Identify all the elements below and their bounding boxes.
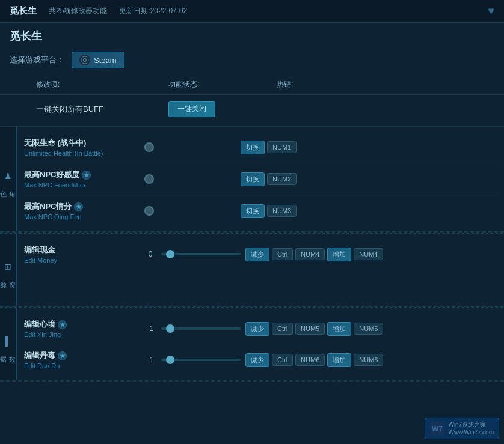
increase-button-dandu[interactable]: 增加: [327, 353, 351, 367]
slider-thumb-xinjing[interactable]: [166, 324, 174, 333]
column-headers: 修改项: 功能状态: 热键:: [0, 76, 504, 95]
toggle-dot-3[interactable]: [144, 206, 154, 216]
header-title: 觅长生: [10, 5, 37, 17]
watermark-box: W7 Win7系统之家 Www.Win7z.com: [425, 418, 499, 439]
shuju-icon: ▌: [5, 336, 11, 346]
star-icon-2: ★: [82, 171, 91, 180]
slider-hotkeys-dandu: 减少 Ctrl NUM6 增加 NUM6: [245, 353, 499, 367]
mod-info-3: 最高NPC情分 ★ Max NPC Qing Fen: [24, 201, 144, 220]
jiaose-label: 角色: [0, 186, 17, 187]
watermark-line1: Win7系统之家: [448, 421, 494, 428]
mod-en-1: Unlimited Health (In Battle): [24, 150, 144, 157]
oneclick-label: 一键关闭所有BUFF: [36, 104, 168, 115]
svg-text:W7: W7: [432, 425, 443, 433]
key-num6-inc[interactable]: NUM6: [354, 354, 383, 366]
mod-en-xinjing: Edit Xin Jing: [24, 331, 144, 338]
table-row: 最高NPC情分 ★ Max NPC Qing Fen 切换 NUM3: [24, 195, 499, 227]
table-row: 编辑现金 Edit Money 0 减少 Ctrl NUM4 增加 NUM4: [24, 239, 499, 270]
mod-en-2: Max NPC Friendship: [24, 181, 144, 189]
key-num4-inc[interactable]: NUM4: [354, 248, 383, 260]
slider-info-money: 编辑现金 Edit Money: [24, 245, 144, 264]
sidebar-tab-shuju[interactable]: ▌ 数据: [0, 308, 17, 380]
mod-cn-1: 无限生命 (战斗中): [24, 138, 144, 148]
watermark-logo-icon: W7: [430, 421, 444, 436]
mod-cn-2: 最高NPC好感度 ★: [24, 169, 144, 180]
mod-hotkeys-1: 切换 NUM1: [241, 141, 499, 154]
slider-area-dandu: -1: [144, 356, 241, 364]
mods-count: 共25项修改器功能: [49, 6, 107, 16]
mod-en-dandu: Edit Dan Du: [24, 362, 144, 369]
star-icon-3: ★: [74, 202, 83, 211]
star-icon-dandu: ★: [58, 351, 67, 360]
steam-platform-button[interactable]: Steam: [72, 52, 124, 68]
table-row: 编辑心境 ★ Edit Xin Jing -1 减少 Ctrl NUM5 增加 …: [24, 313, 499, 344]
oneclick-button[interactable]: 一键关闭: [168, 101, 215, 117]
key-num4-dec[interactable]: NUM4: [295, 248, 325, 260]
slider-track-xinjing[interactable]: [161, 327, 241, 330]
increase-button-money[interactable]: 增加: [327, 248, 351, 261]
switch-button-2[interactable]: 切换: [241, 172, 265, 186]
svg-point-2: [84, 59, 86, 61]
mod-info-1: 无限生命 (战斗中) Unlimited Health (In Battle): [24, 138, 144, 157]
decrease-button-money[interactable]: 减少: [245, 248, 269, 261]
jiaose-icon: ♟: [4, 171, 12, 181]
watermark-line2: Www.Win7z.com: [448, 428, 494, 436]
section-shuju: ▌ 数据 编辑心境 ★ Edit Xin Jing -1 减少 Ctrl: [0, 308, 504, 382]
key-num3[interactable]: NUM3: [267, 205, 297, 217]
section-jiaose: ♟ 角色 无限生命 (战斗中) Unlimited Health (In Bat…: [0, 127, 504, 233]
platform-area: 选择游戏平台： Steam: [0, 47, 504, 76]
steam-logo-icon: [79, 55, 90, 65]
jiaose-content: 无限生命 (战斗中) Unlimited Health (In Battle) …: [17, 127, 504, 231]
key-ctrl-dandu[interactable]: Ctrl: [272, 354, 293, 366]
slider-area-money: 0: [144, 250, 241, 258]
shuju-label: 数据: [0, 351, 17, 352]
steam-label: Steam: [94, 56, 117, 65]
key-ctrl-money[interactable]: Ctrl: [272, 248, 293, 260]
switch-button-3[interactable]: 切换: [241, 204, 265, 218]
key-num5-dec[interactable]: NUM5: [295, 323, 325, 335]
key-num6-dec[interactable]: NUM6: [295, 354, 325, 366]
slider-value-money: 0: [144, 250, 156, 258]
mod-cn-money: 编辑现金: [24, 245, 144, 255]
key-ctrl-xinjing[interactable]: Ctrl: [272, 323, 293, 335]
key-num1[interactable]: NUM1: [267, 141, 297, 153]
col-status-header: 功能状态:: [168, 79, 277, 90]
mod-toggle-1: [144, 142, 241, 152]
key-num5-inc[interactable]: NUM5: [354, 323, 383, 335]
slider-track-dandu[interactable]: [161, 359, 241, 361]
table-row: 编辑丹毒 ★ Edit Dan Du -1 减少 Ctrl NUM6 增加 NU…: [24, 344, 499, 376]
sidebar-tab-ziyuan[interactable]: ⊞ 资源: [0, 234, 17, 306]
decrease-button-xinjing[interactable]: 减少: [245, 322, 269, 336]
decrease-button-dandu[interactable]: 减少: [245, 353, 269, 367]
mod-hotkeys-3: 切换 NUM3: [241, 204, 499, 218]
switch-button-1[interactable]: 切换: [241, 141, 265, 154]
slider-info-dandu: 编辑丹毒 ★ Edit Dan Du: [24, 350, 144, 369]
mod-cn-xinjing: 编辑心境 ★: [24, 319, 144, 330]
shuju-content: 编辑心境 ★ Edit Xin Jing -1 减少 Ctrl NUM5 增加 …: [17, 308, 504, 380]
mod-cn-3: 最高NPC情分 ★: [24, 201, 144, 212]
slider-track-money[interactable]: [161, 253, 241, 255]
increase-button-xinjing[interactable]: 增加: [327, 322, 351, 336]
ziyuan-label: 资源: [0, 276, 17, 278]
mod-toggle-3: [144, 206, 241, 216]
toggle-dot-1[interactable]: [144, 142, 154, 152]
oneclick-row: 一键关闭所有BUFF 一键关闭: [0, 95, 504, 127]
slider-area-xinjing: -1: [144, 324, 241, 333]
slider-thumb-money[interactable]: [166, 250, 174, 258]
mod-en-money: Edit Money: [24, 257, 144, 264]
slider-info-xinjing: 编辑心境 ★ Edit Xin Jing: [24, 319, 144, 338]
sidebar-tab-jiaose[interactable]: ♟ 角色: [0, 127, 17, 231]
favorite-icon[interactable]: ♥: [488, 5, 494, 17]
watermark-text: Win7系统之家 Www.Win7z.com: [448, 421, 494, 436]
slider-hotkeys-xinjing: 减少 Ctrl NUM5 增加 NUM5: [245, 322, 499, 336]
star-icon-xinjing: ★: [58, 320, 67, 329]
slider-thumb-dandu[interactable]: [166, 356, 174, 364]
toggle-dot-2[interactable]: [144, 174, 154, 184]
top-header: 觅长生 共25项修改器功能 更新日期:2022-07-02 ♥: [0, 0, 504, 23]
mod-toggle-2: [144, 174, 241, 184]
key-num2[interactable]: NUM2: [267, 173, 297, 185]
table-row: 最高NPC好感度 ★ Max NPC Friendship 切换 NUM2: [24, 163, 499, 195]
platform-label: 选择游戏平台：: [10, 55, 64, 65]
slider-value-xinjing: -1: [144, 324, 156, 333]
mod-en-3: Max NPC Qing Fen: [24, 213, 144, 220]
